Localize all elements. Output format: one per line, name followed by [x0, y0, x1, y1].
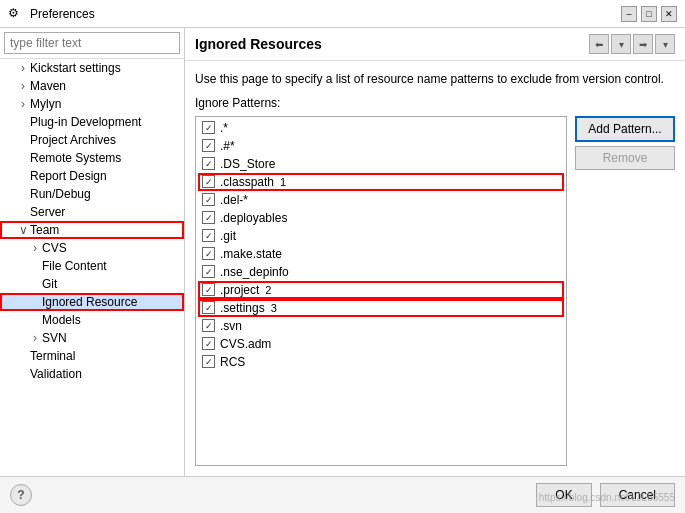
expand-icon: › [16, 97, 30, 111]
sidebar-item-run-debug[interactable]: Run/Debug [0, 185, 184, 203]
pattern-item-make-state[interactable]: ✓ .make.state [198, 245, 564, 263]
cancel-button[interactable]: Cancel [600, 483, 675, 507]
pattern-checkbox[interactable]: ✓ [202, 319, 215, 332]
pattern-item-svn[interactable]: ✓ .svn [198, 317, 564, 335]
sidebar-item-git[interactable]: Git [0, 275, 184, 293]
pattern-item-settings[interactable]: ✓ .settings 3 [198, 299, 564, 317]
maximize-button[interactable]: □ [641, 6, 657, 22]
bottom-bar: ? OK Cancel [0, 476, 685, 513]
app-icon: ⚙ [8, 6, 24, 22]
patterns-list: ✓ .* ✓ .#* ✓ .DS_Store ✓ [196, 117, 566, 465]
badge-3: 3 [271, 302, 277, 314]
pattern-checkbox[interactable]: ✓ [202, 337, 215, 350]
window-controls: – □ ✕ [621, 6, 677, 22]
pattern-item-classpath[interactable]: ✓ .classpath 1 [198, 173, 564, 191]
pattern-checkbox[interactable]: ✓ [202, 121, 215, 134]
pattern-item-cvs-adm[interactable]: ✓ CVS.adm [198, 335, 564, 353]
patterns-area: ✓ .* ✓ .#* ✓ .DS_Store ✓ [195, 116, 675, 466]
sidebar-item-team[interactable]: ∨ Team [0, 221, 184, 239]
pattern-item-nse-depinfo[interactable]: ✓ .nse_depinfo [198, 263, 564, 281]
pattern-checkbox[interactable]: ✓ [202, 175, 215, 188]
expand-icon: › [16, 61, 30, 75]
ok-button[interactable]: OK [536, 483, 591, 507]
sidebar-item-cvs[interactable]: › CVS [0, 239, 184, 257]
sidebar-item-svn[interactable]: › SVN [0, 329, 184, 347]
sidebar-item-report-design[interactable]: Report Design [0, 167, 184, 185]
pattern-checkbox[interactable]: ✓ [202, 229, 215, 242]
patterns-actions: Add Pattern... Remove [575, 116, 675, 466]
pattern-checkbox[interactable]: ✓ [202, 193, 215, 206]
sidebar-item-plugin-dev[interactable]: Plug-in Development [0, 113, 184, 131]
pattern-item-project[interactable]: ✓ .project 2 [198, 281, 564, 299]
main-content: › Kickstart settings › Maven › Mylyn Plu… [0, 28, 685, 476]
pattern-checkbox[interactable]: ✓ [202, 247, 215, 260]
sidebar-item-models[interactable]: Models [0, 311, 184, 329]
expand-icon: › [28, 331, 42, 345]
sidebar-item-terminal[interactable]: Terminal [0, 347, 184, 365]
window-title: Preferences [30, 7, 621, 21]
pattern-item-ds-store[interactable]: ✓ .DS_Store [198, 155, 564, 173]
pattern-checkbox[interactable]: ✓ [202, 265, 215, 278]
sidebar-item-file-content[interactable]: File Content [0, 257, 184, 275]
right-panel: Ignored Resources ⬅ ▾ ➡ ▾ Use this page … [185, 28, 685, 476]
filter-input[interactable] [4, 32, 180, 54]
sidebar-item-server[interactable]: Server [0, 203, 184, 221]
panel-description: Use this page to specify a list of resou… [195, 71, 675, 88]
pattern-checkbox[interactable]: ✓ [202, 283, 215, 296]
help-button[interactable]: ? [10, 484, 32, 506]
expand-icon: › [16, 79, 30, 93]
panel-nav: ⬅ ▾ ➡ ▾ [589, 34, 675, 54]
panel-title: Ignored Resources [195, 36, 589, 52]
bottom-left: ? [10, 484, 32, 506]
filter-area [0, 28, 184, 59]
patterns-list-wrap: ✓ .* ✓ .#* ✓ .DS_Store ✓ [195, 116, 567, 466]
pattern-checkbox[interactable]: ✓ [202, 301, 215, 314]
patterns-label: Ignore Patterns: [195, 96, 675, 110]
nav-dropdown-button[interactable]: ▾ [611, 34, 631, 54]
badge-1: 1 [280, 176, 286, 188]
sidebar-item-mylyn[interactable]: › Mylyn [0, 95, 184, 113]
panel-body: Use this page to specify a list of resou… [185, 61, 685, 476]
sidebar-item-kickstart[interactable]: › Kickstart settings [0, 59, 184, 77]
sidebar-tree: › Kickstart settings › Maven › Mylyn Plu… [0, 59, 184, 476]
sidebar-item-project-archives[interactable]: Project Archives [0, 131, 184, 149]
nav-forward-button[interactable]: ➡ [633, 34, 653, 54]
sidebar-item-remote-systems[interactable]: Remote Systems [0, 149, 184, 167]
expand-icon: ∨ [16, 223, 30, 237]
title-bar: ⚙ Preferences – □ ✕ [0, 0, 685, 28]
badge-2: 2 [265, 284, 271, 296]
sidebar: › Kickstart settings › Maven › Mylyn Plu… [0, 28, 185, 476]
nav-back-button[interactable]: ⬅ [589, 34, 609, 54]
pattern-checkbox[interactable]: ✓ [202, 139, 215, 152]
pattern-item-deployables[interactable]: ✓ .deployables [198, 209, 564, 227]
expand-icon: › [28, 241, 42, 255]
pattern-item-rcs[interactable]: ✓ RCS [198, 353, 564, 371]
add-pattern-button[interactable]: Add Pattern... [575, 116, 675, 142]
pattern-item-dot-star[interactable]: ✓ .* [198, 119, 564, 137]
sidebar-item-validation[interactable]: Validation [0, 365, 184, 383]
close-button[interactable]: ✕ [661, 6, 677, 22]
minimize-button[interactable]: – [621, 6, 637, 22]
pattern-item-git[interactable]: ✓ .git [198, 227, 564, 245]
sidebar-item-ignored-resource[interactable]: Ignored Resource [0, 293, 184, 311]
pattern-item-dot-hash-star[interactable]: ✓ .#* [198, 137, 564, 155]
sidebar-item-maven[interactable]: › Maven [0, 77, 184, 95]
pattern-checkbox[interactable]: ✓ [202, 211, 215, 224]
pattern-checkbox[interactable]: ✓ [202, 157, 215, 170]
pattern-item-del-star[interactable]: ✓ .del-* [198, 191, 564, 209]
remove-button[interactable]: Remove [575, 146, 675, 170]
panel-header: Ignored Resources ⬅ ▾ ➡ ▾ [185, 28, 685, 61]
nav-menu-button[interactable]: ▾ [655, 34, 675, 54]
pattern-checkbox[interactable]: ✓ [202, 355, 215, 368]
bottom-right: OK Cancel [536, 483, 675, 507]
